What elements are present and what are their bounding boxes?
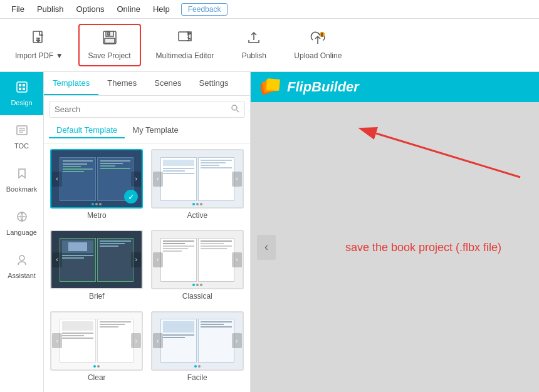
svg-point-28 (232, 105, 237, 110)
flipbuilder-header: FlipBuilder (251, 72, 539, 102)
annotation-text: save the book project (.flbx file) (345, 240, 501, 254)
save-project-label: Save Project (88, 51, 131, 60)
svg-line-34 (376, 133, 520, 177)
subtab-default-template[interactable]: Default Template (49, 123, 125, 138)
template-label-brief: Brief (89, 292, 105, 301)
classical-nav-right[interactable]: › (232, 252, 242, 267)
multimedia-editor-button[interactable]: Multimedia Editor (147, 25, 223, 65)
flipbuilder-title: FlipBuilder (287, 79, 359, 95)
menu-publish[interactable]: Publish (31, 2, 70, 16)
svg-rect-16 (17, 82, 27, 92)
subtab-my-template[interactable]: My Template (125, 123, 186, 138)
search-bar (49, 101, 245, 118)
sidebar-item-bookmark[interactable]: Bookmark (0, 158, 43, 202)
template-grid: ‹ › ✓ Metro (44, 144, 250, 392)
upload-online-icon: ! (310, 30, 325, 49)
svg-point-27 (19, 255, 24, 260)
panel: Templates Themes Scenes Settings Default… (44, 72, 251, 392)
search-icon (231, 104, 239, 115)
template-thumb-clear[interactable]: ‹ › (50, 311, 143, 371)
brief-nav-left[interactable]: ‹ (52, 252, 62, 267)
feedback-button[interactable]: Feedback (181, 3, 228, 16)
template-label-active: Active (187, 211, 207, 220)
metro-nav-right[interactable]: › (131, 172, 141, 187)
svg-rect-6 (108, 32, 110, 35)
publish-label: Publish (242, 51, 266, 60)
active-nav-left[interactable]: ‹ (153, 172, 163, 187)
sidebar-item-design[interactable]: Design (0, 72, 43, 115)
menu-online[interactable]: Online (110, 2, 147, 16)
multimedia-editor-label: Multimedia Editor (156, 51, 214, 60)
template-thumb-active[interactable]: ‹ › (151, 149, 244, 209)
language-icon (16, 210, 28, 226)
design-icon (16, 81, 28, 96)
save-project-icon (102, 30, 117, 49)
bookmark-label: Bookmark (6, 185, 38, 193)
sidebar-item-assistant[interactable]: Assistant (0, 245, 43, 288)
svg-rect-19 (19, 88, 21, 90)
design-label: Design (11, 99, 32, 106)
publish-icon (246, 30, 261, 49)
import-pdf-label: Import PDF ▼ (15, 51, 63, 60)
facile-nav-left[interactable]: ‹ (153, 333, 163, 348)
template-thumb-metro[interactable]: ‹ › ✓ (50, 149, 143, 209)
svg-rect-20 (23, 88, 25, 90)
import-pdf-icon (31, 30, 46, 49)
bookmark-icon (16, 167, 28, 183)
template-card-metro[interactable]: ‹ › ✓ Metro (49, 149, 145, 225)
template-card-clear[interactable]: ‹ › Clear (49, 311, 145, 387)
upload-online-button[interactable]: ! Upload Online (285, 25, 350, 65)
svg-rect-17 (19, 84, 21, 86)
toc-label: TOC (14, 142, 29, 150)
import-pdf-button[interactable]: Import PDF ▼ (6, 25, 72, 65)
save-project-button[interactable]: Save Project (78, 24, 141, 66)
clear-nav-right[interactable]: › (131, 333, 141, 348)
menu-options[interactable]: Options (70, 2, 111, 16)
flipbuilder-logo-icon (261, 76, 281, 98)
svg-rect-33 (266, 78, 280, 91)
clear-nav-left[interactable]: ‹ (52, 333, 62, 348)
svg-line-29 (237, 110, 239, 113)
template-label-clear: Clear (88, 373, 106, 382)
menu-bar: File Publish Options Online Help Feedbac… (0, 0, 539, 19)
template-label-facile: Facile (187, 373, 207, 382)
left-sidebar: Design TOC Bookmark (0, 72, 44, 392)
sidebar-item-toc[interactable]: TOC (0, 115, 43, 158)
template-card-active[interactable]: ‹ › Active (150, 149, 246, 225)
toolbar: Import PDF ▼ Save Project Multimedia Edi… (0, 19, 539, 72)
tab-scenes[interactable]: Scenes (145, 72, 190, 95)
template-card-brief[interactable]: ‹ › Brief (49, 230, 145, 306)
template-card-facile[interactable]: ‹ › Facile (150, 311, 246, 387)
multimedia-editor-icon (177, 30, 192, 49)
svg-rect-8 (179, 32, 189, 41)
upload-online-label: Upload Online (294, 51, 342, 60)
metro-nav-left[interactable]: ‹ (52, 172, 62, 187)
template-label-metro: Metro (87, 211, 107, 220)
content-area: FlipBuilder save the book project (.flbx… (251, 72, 539, 392)
main-layout: Design TOC Bookmark (0, 72, 539, 392)
publish-button[interactable]: Publish (229, 25, 279, 65)
sub-tabs: Default Template My Template (44, 123, 250, 144)
svg-rect-7 (105, 38, 115, 43)
facile-nav-right[interactable]: › (232, 333, 242, 348)
preview-prev-button[interactable]: ‹ (257, 235, 276, 260)
assistant-icon (16, 254, 28, 269)
template-card-classical[interactable]: ‹ › Classical (150, 230, 246, 306)
sidebar-item-language[interactable]: Language (0, 202, 43, 245)
classical-nav-left[interactable]: ‹ (153, 252, 163, 267)
tab-templates[interactable]: Templates (44, 72, 98, 95)
menu-file[interactable]: File (5, 2, 31, 16)
tab-settings[interactable]: Settings (191, 72, 238, 95)
active-nav-right[interactable]: › (232, 172, 242, 187)
template-label-classical: Classical (182, 292, 212, 301)
brief-nav-right[interactable]: › (131, 252, 141, 267)
template-thumb-brief[interactable]: ‹ › (50, 230, 143, 289)
toc-icon (16, 124, 28, 140)
panel-tabs: Templates Themes Scenes Settings (44, 72, 250, 96)
template-thumb-facile[interactable]: ‹ › (151, 311, 244, 371)
language-label: Language (6, 229, 37, 236)
menu-help[interactable]: Help (147, 2, 176, 16)
tab-themes[interactable]: Themes (98, 72, 145, 95)
search-input[interactable] (55, 105, 227, 114)
template-thumb-classical[interactable]: ‹ › (151, 230, 244, 289)
